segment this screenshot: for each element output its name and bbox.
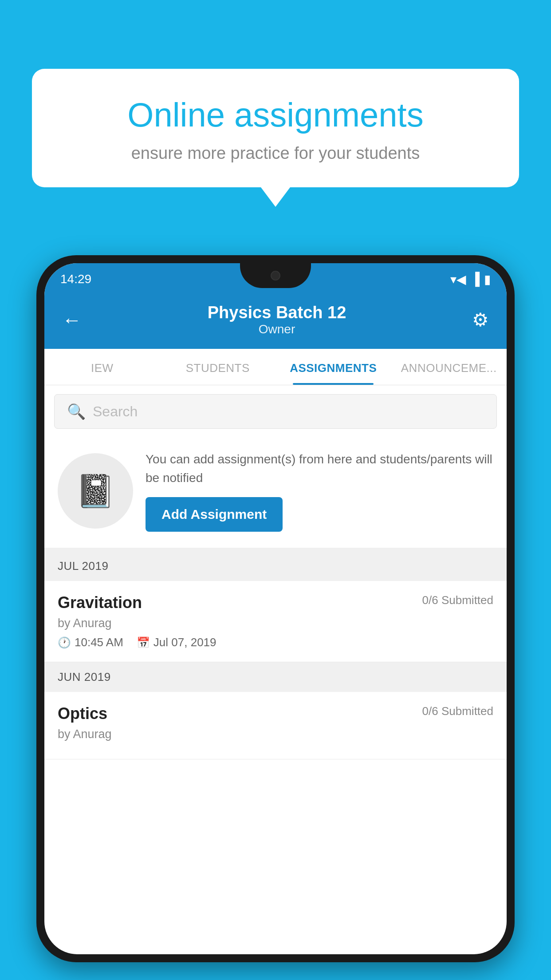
status-time: 14:29 [60,272,91,286]
phone-notch [240,263,311,288]
camera-dot [271,271,280,281]
assignment-status-optics: 0/6 Submitted [422,704,493,718]
section-jun-label: JUN 2019 [58,670,111,684]
search-placeholder: Search [93,403,138,420]
speech-bubble-container: Online assignments ensure more practice … [32,69,519,187]
promo-icon-circle: 📓 [58,453,133,529]
promo-card: 📓 You can add assignment(s) from here an… [44,438,507,551]
time-value-gravitation: 10:45 AM [75,636,123,649]
wifi-icon: ▾◀ [450,272,466,287]
speech-bubble-subtitle: ensure more practice for your students [63,144,488,163]
clock-icon: 🕐 [58,636,71,649]
assignment-name-optics: Optics [58,704,107,723]
header-title-group: Physics Batch 12 Owner [208,303,346,336]
header-subtitle: Owner [208,322,346,336]
section-jul-2019: JUL 2019 [44,551,507,581]
search-container: 🔍 Search [44,385,507,438]
search-icon: 🔍 [67,403,86,420]
assignment-author-optics: by Anurag [58,727,493,741]
settings-icon[interactable]: ⚙ [472,309,489,331]
tab-iew[interactable]: IEW [44,349,160,385]
assignment-optics[interactable]: Optics 0/6 Submitted by Anurag [44,692,507,759]
tab-students[interactable]: STUDENTS [160,349,276,385]
calendar-icon: 📅 [137,636,150,649]
phone-inner: 14:29 ▾◀ ▐ ▮ ← Physics Batch 12 Owner ⚙ … [44,263,507,954]
assignment-optics-row1: Optics 0/6 Submitted [58,704,493,723]
meta-time-gravitation: 🕐 10:45 AM [58,636,123,649]
promo-content: You can add assignment(s) from here and … [146,450,493,532]
date-value-gravitation: Jul 07, 2019 [153,636,216,649]
assignment-author-gravitation: by Anurag [58,616,493,630]
assignment-name-gravitation: Gravitation [58,593,142,612]
back-button[interactable]: ← [62,309,82,331]
speech-bubble: Online assignments ensure more practice … [32,69,519,187]
speech-bubble-title: Online assignments [63,95,488,134]
assignment-meta-gravitation: 🕐 10:45 AM 📅 Jul 07, 2019 [58,636,493,649]
phone-frame: 14:29 ▾◀ ▐ ▮ ← Physics Batch 12 Owner ⚙ … [36,255,515,962]
battery-icon: ▮ [484,272,491,287]
search-bar[interactable]: 🔍 Search [54,394,497,429]
signal-icon: ▐ [471,272,480,286]
promo-text: You can add assignment(s) from here and … [146,450,493,487]
section-jun-2019: JUN 2019 [44,662,507,692]
status-icons: ▾◀ ▐ ▮ [450,272,491,287]
assignment-status-gravitation: 0/6 Submitted [422,593,493,607]
status-bar: 14:29 ▾◀ ▐ ▮ [44,263,507,295]
add-assignment-button[interactable]: Add Assignment [146,497,283,532]
assignment-gravitation[interactable]: Gravitation 0/6 Submitted by Anurag 🕐 10… [44,581,507,662]
notebook-icon: 📓 [75,472,115,510]
header-title: Physics Batch 12 [208,303,346,322]
app-header: ← Physics Batch 12 Owner ⚙ [44,295,507,349]
section-jul-label: JUL 2019 [58,559,108,573]
tab-assignments[interactable]: ASSIGNMENTS [276,349,391,385]
assignment-row1: Gravitation 0/6 Submitted [58,593,493,612]
tabs-container: IEW STUDENTS ASSIGNMENTS ANNOUNCEME... [44,349,507,385]
meta-date-gravitation: 📅 Jul 07, 2019 [137,636,216,649]
tab-announcements[interactable]: ANNOUNCEME... [391,349,507,385]
